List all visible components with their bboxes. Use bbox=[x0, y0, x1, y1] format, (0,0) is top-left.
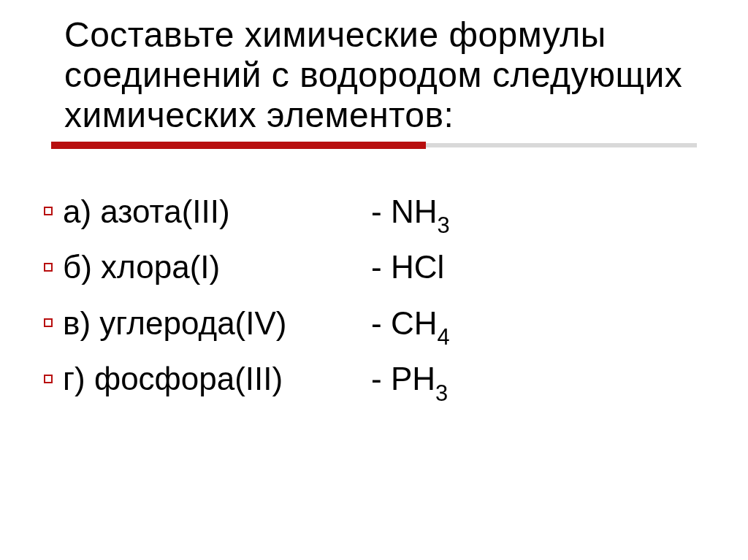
element-text: а) азота(III) bbox=[63, 193, 230, 229]
formula: - PH3 bbox=[371, 353, 697, 409]
element-label: г) фосфора(III) bbox=[64, 353, 371, 406]
slide-title: Составьте химические формулы соединений … bbox=[64, 15, 697, 136]
bullet-icon bbox=[44, 318, 53, 327]
list-item: б) хлора(I) - HCl bbox=[64, 241, 697, 297]
formula: - HCl bbox=[371, 241, 697, 297]
bullet-icon bbox=[44, 263, 53, 272]
divider-red-segment bbox=[51, 142, 426, 149]
element-text: б) хлора(I) bbox=[63, 249, 220, 285]
list-item: г) фосфора(III) - PH3 bbox=[64, 353, 697, 409]
element-text: г) фосфора(III) bbox=[63, 361, 283, 396]
formula: - CH4 bbox=[371, 297, 697, 353]
formula-subscript: 4 bbox=[437, 324, 449, 350]
element-text: в) углерода(IV) bbox=[63, 305, 286, 341]
slide: Составьте химические формулы соединений … bbox=[0, 0, 748, 560]
list-item: в) углерода(IV) - CH4 bbox=[64, 297, 697, 353]
title-divider bbox=[51, 142, 697, 150]
divider-gray-segment bbox=[426, 143, 697, 147]
formula-text: - CH bbox=[371, 305, 437, 341]
element-label: б) хлора(I) bbox=[64, 241, 371, 294]
list-item: а) азота(III) - NH3 bbox=[64, 185, 697, 242]
formula-text: - NH bbox=[371, 193, 437, 229]
formula-subscript: 3 bbox=[437, 212, 449, 238]
formula: - NH3 bbox=[371, 185, 697, 242]
element-label: а) азота(III) bbox=[64, 185, 371, 239]
formula-subscript: 3 bbox=[435, 380, 448, 406]
bullet-icon bbox=[44, 375, 53, 383]
element-label: в) углерода(IV) bbox=[64, 297, 371, 350]
formula-text: - PH bbox=[371, 361, 435, 396]
content-area: а) азота(III) - NH3 б) хлора(I) - HCl в)… bbox=[51, 185, 697, 409]
formula-text: - HCl bbox=[371, 249, 444, 285]
bullet-icon bbox=[44, 207, 53, 215]
